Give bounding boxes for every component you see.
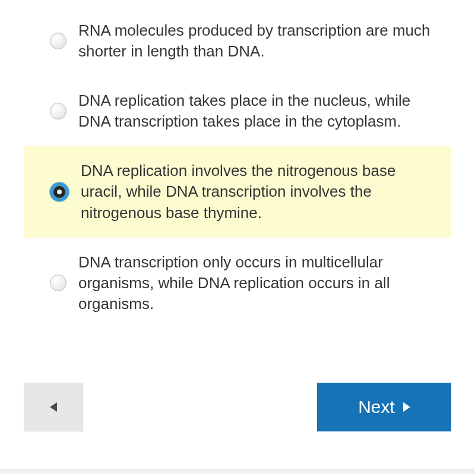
triangle-right-icon	[403, 402, 410, 412]
nav-row: Next	[24, 383, 451, 431]
footer-divider	[0, 469, 475, 474]
radio-icon[interactable]	[50, 275, 66, 291]
option-2[interactable]: DNA replication takes place in the nucle…	[24, 76, 451, 146]
previous-button[interactable]	[24, 383, 83, 431]
option-1[interactable]: RNA molecules produced by transcription …	[24, 6, 451, 76]
radio-inner-ring	[53, 186, 65, 198]
option-text: DNA transcription only occurs in multice…	[78, 252, 437, 314]
option-4[interactable]: DNA transcription only occurs in multice…	[24, 238, 451, 329]
radio-inner-dot	[57, 190, 62, 194]
option-text: RNA molecules produced by transcription …	[78, 20, 437, 62]
next-button-label: Next	[358, 397, 395, 417]
radio-selected-icon[interactable]	[50, 182, 69, 201]
option-text: DNA replication takes place in the nucle…	[78, 90, 437, 132]
radio-icon[interactable]	[50, 103, 66, 119]
option-text: DNA replication involves the nitrogenous…	[81, 160, 437, 223]
option-3[interactable]: DNA replication involves the nitrogenous…	[24, 146, 451, 237]
quiz-container: RNA molecules produced by transcription …	[0, 0, 475, 476]
options-list: RNA molecules produced by transcription …	[24, 6, 451, 329]
triangle-left-icon	[50, 402, 57, 412]
next-button[interactable]: Next	[317, 383, 451, 431]
radio-icon[interactable]	[50, 33, 66, 49]
